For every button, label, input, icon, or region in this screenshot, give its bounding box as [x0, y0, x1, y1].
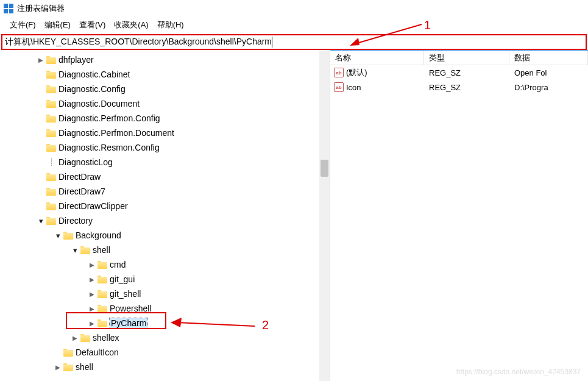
annotation-label-2: 2: [262, 318, 269, 332]
highlight-box: [66, 312, 166, 329]
list-header: 名称 类型 数据: [330, 51, 588, 65]
chevron-down-icon[interactable]: ▾: [37, 216, 45, 225]
tree-item-label: shell: [93, 245, 110, 255]
tree-item[interactable]: ▶git_gui: [6, 272, 330, 287]
svg-rect-2: [4, 9, 8, 13]
tree-item[interactable]: ▶┊DiagnosticLog: [6, 155, 330, 169]
folder-icon: [46, 129, 56, 137]
tree-item[interactable]: ▶Diagnostic.Cabinet: [6, 67, 330, 82]
chevron-right-icon[interactable]: ▶: [88, 275, 96, 283]
tree-item-label: DirectDraw7: [58, 187, 105, 196]
folder-icon: [46, 216, 56, 225]
folder-icon: [63, 363, 73, 371]
folder-icon: [63, 231, 73, 240]
menu-view[interactable]: 查看(V): [76, 18, 109, 32]
menu-help[interactable]: 帮助(H): [154, 18, 188, 32]
chevron-right-icon[interactable]: ▶: [37, 55, 45, 64]
chevron-right-icon[interactable]: ▶: [88, 260, 96, 269]
col-name[interactable]: 名称: [330, 51, 424, 65]
tree-item[interactable]: ▶shellex: [6, 330, 330, 345]
tree-item[interactable]: ▶shell: [6, 360, 330, 374]
string-value-icon: ab: [334, 82, 344, 92]
folder-icon: [46, 173, 56, 181]
chevron-right-icon: ▶: [54, 348, 62, 357]
chevron-right-icon: ▶: [37, 129, 45, 137]
tree-item[interactable]: ▶Diagnostic.Perfmon.Document: [6, 126, 330, 140]
menu-edit[interactable]: 编辑(E): [41, 18, 74, 32]
list-pane: 名称 类型 数据 ab(默认)REG_SZOpen FolabIconREG_S…: [330, 50, 588, 381]
tree-item-label: Diagnostic.Config: [58, 84, 126, 94]
tree-item[interactable]: ▶DirectDraw7: [6, 184, 330, 199]
tree-connector-icon: ┊: [46, 158, 56, 166]
folder-icon: [80, 333, 90, 342]
svg-rect-1: [9, 4, 13, 8]
chevron-right-icon[interactable]: ▶: [54, 363, 62, 371]
folder-icon: [46, 99, 56, 108]
tree-item-label: DirectDraw: [58, 172, 101, 182]
tree-item[interactable]: ▾Directory: [6, 213, 330, 228]
svg-rect-3: [9, 9, 13, 13]
menu-file[interactable]: 文件(F): [6, 18, 40, 32]
tree-item-label: DefaultIcon: [76, 347, 119, 357]
tree-item[interactable]: ▶cmd: [6, 257, 330, 272]
tree-item-label: Background: [76, 230, 121, 240]
folder-icon: [46, 85, 56, 93]
tree-item[interactable]: ▶PyCharm: [6, 316, 330, 330]
tree-item[interactable]: ▶git_shell: [6, 287, 330, 301]
annotation-label-1: 1: [424, 18, 431, 32]
scroll-thumb[interactable]: [321, 160, 328, 177]
folder-icon: [97, 275, 107, 283]
menu-favorites[interactable]: 收藏夹(A): [110, 18, 152, 32]
tree-item-label: Diagnostic.Cabinet: [58, 69, 130, 79]
folder-icon: [97, 304, 107, 313]
tree-item[interactable]: ▾Background: [6, 228, 330, 243]
tree-scrollbar[interactable]: [319, 50, 330, 381]
folder-icon: [46, 202, 56, 210]
col-data[interactable]: 数据: [509, 51, 588, 65]
watermark: https://blog.csdn.net/weixin_42453837: [456, 368, 581, 376]
tree-item-label: git_shell: [110, 289, 141, 299]
list-row[interactable]: ab(默认)REG_SZOpen Fol: [330, 65, 588, 80]
chevron-right-icon: ▶: [37, 173, 45, 181]
tree-item-label: DiagnosticLog: [58, 157, 113, 167]
folder-icon: [46, 187, 56, 196]
value-name: (默认): [346, 67, 367, 78]
tree-item-label: shell: [76, 362, 93, 372]
chevron-right-icon: ▶: [37, 158, 45, 166]
tree-item-label: Diagnostic.Resmon.Config: [58, 143, 160, 152]
menubar: 文件(F) 编辑(E) 查看(V) 收藏夹(A) 帮助(H): [0, 17, 588, 34]
tree-item[interactable]: ▶Diagnostic.Document: [6, 96, 330, 111]
tree-item-label: DirectDrawClipper: [58, 201, 128, 211]
tree-item[interactable]: ▶DirectDraw: [6, 169, 330, 184]
chevron-right-icon[interactable]: ▶: [88, 304, 96, 313]
tree-item[interactable]: ▶dhfplayer: [6, 52, 330, 67]
chevron-right-icon: ▶: [37, 202, 45, 210]
tree-item[interactable]: ▶Diagnostic.Resmon.Config: [6, 140, 330, 155]
value-data: Open Fol: [509, 68, 588, 77]
chevron-right-icon[interactable]: ▶: [71, 333, 79, 342]
list-row[interactable]: abIconREG_SZD:\Progra: [330, 80, 588, 94]
folder-icon: [46, 70, 56, 79]
tree-item-label: Directory: [58, 216, 93, 226]
chevron-down-icon[interactable]: ▾: [71, 246, 79, 254]
folder-icon: [80, 246, 90, 254]
tree-item[interactable]: ▶Diagnostic.Perfmon.Config: [6, 111, 330, 126]
tree-item-label: Diagnostic.Document: [58, 99, 140, 109]
value-type: REG_SZ: [424, 83, 509, 92]
tree-item[interactable]: ▶DefaultIcon: [6, 345, 330, 360]
tree-item[interactable]: ▶DirectDrawClipper: [6, 199, 330, 213]
chevron-right-icon[interactable]: ▶: [88, 290, 96, 298]
chevron-right-icon: ▶: [37, 143, 45, 152]
chevron-right-icon: ▶: [37, 187, 45, 196]
address-bar[interactable]: 计算机\HKEY_CLASSES_ROOT\Directory\Backgrou…: [1, 34, 587, 50]
app-icon: [4, 4, 13, 13]
tree-item-label: dhfplayer: [58, 55, 94, 65]
tree-item[interactable]: ▾shell: [6, 243, 330, 257]
tree-item-label: Diagnostic.Perfmon.Document: [58, 128, 174, 138]
col-type[interactable]: 类型: [424, 51, 509, 65]
tree-item[interactable]: ▶Powershell: [6, 301, 330, 316]
chevron-down-icon[interactable]: ▾: [54, 231, 62, 240]
folder-icon: [46, 114, 56, 123]
tree-item[interactable]: ▶Diagnostic.Config: [6, 82, 330, 96]
folder-icon: [63, 348, 73, 357]
